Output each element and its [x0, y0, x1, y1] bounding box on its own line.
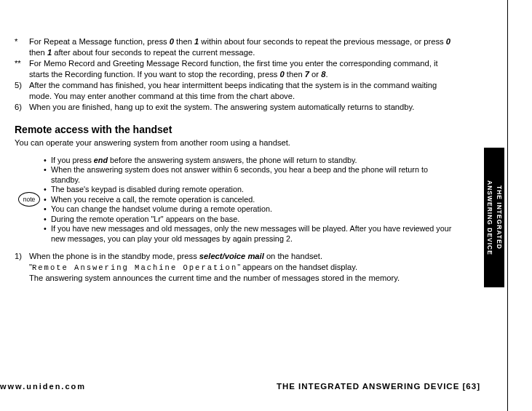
step-6-label: 6)	[15, 102, 29, 113]
step-1: 1) When the phone is in the standby mode…	[15, 251, 458, 284]
bullet-icon: •	[44, 204, 51, 214]
note-item: •You can change the handset volume durin…	[44, 204, 458, 214]
note-text: When you receive a call, the remote oper…	[51, 195, 458, 204]
note-item: •If you have new messages and old messag…	[44, 224, 458, 244]
footnote-doublestar-text: For Memo Record and Greeting Message Rec…	[29, 58, 458, 79]
step-5: 5) After the command has finished, you h…	[15, 80, 458, 101]
step-1-line2: "Remote Answering Machine Operation" app…	[29, 262, 458, 274]
note-list: •If you press end before the answering s…	[44, 156, 458, 244]
note-item: •During the remote operation "Lr" appear…	[44, 215, 458, 224]
step-1-line3: The answering system announces the curre…	[29, 273, 458, 284]
step-5-label: 5)	[15, 80, 29, 101]
bullet-icon: •	[44, 215, 51, 224]
side-tab-line1: THE INTEGRATED	[496, 185, 503, 250]
section-heading: Remote access with the handset	[15, 123, 458, 136]
footer-url: www.uniden.com	[0, 382, 86, 391]
bullet-icon: •	[44, 224, 51, 244]
page-footer: www.uniden.com THE INTEGRATED ANSWERING …	[0, 382, 480, 391]
note-item: •When you receive a call, the remote ope…	[44, 195, 458, 204]
note-text: You can change the handset volume during…	[51, 204, 458, 214]
note-text: When the answering system does not answe…	[51, 165, 458, 185]
footnote-star-text: For Repeat a Message function, press 0 t…	[29, 36, 458, 57]
note-badge: note	[18, 192, 40, 207]
side-tab: ANSWERING DEVICE THE INTEGRATED	[484, 148, 504, 287]
note-icon: note	[15, 156, 44, 244]
step-5-text: After the command has finished, you hear…	[29, 80, 458, 101]
bullet-icon: •	[44, 195, 51, 204]
step-1-body: When the phone is in the standby mode, p…	[29, 251, 458, 284]
footnote-doublestar-label: **	[15, 58, 29, 79]
step-1-line1: When the phone is in the standby mode, p…	[29, 251, 458, 262]
right-divider	[507, 0, 508, 411]
step-1-line2-tail: " appears on the handset display.	[237, 263, 357, 271]
note-item: •If you press end before the answering s…	[44, 156, 458, 165]
note-text: The base's keypad is disabled during rem…	[51, 185, 458, 194]
note-item: •The base's keypad is disabled during re…	[44, 185, 458, 194]
bullet-icon: •	[44, 185, 51, 194]
note-block: note •If you press end before the answer…	[15, 156, 458, 244]
bullet-icon: •	[44, 165, 51, 185]
footnote-star-label: *	[15, 36, 29, 57]
note-item: •When the answering system does not answ…	[44, 165, 458, 185]
step-6: 6) When you are finished, hang up to exi…	[15, 102, 458, 113]
footer-title: THE INTEGRATED ANSWERING DEVICE [63]	[277, 382, 480, 391]
note-text: If you press end before the answering sy…	[51, 156, 458, 165]
bullet-icon: •	[44, 156, 51, 165]
section-lead: You can operate your answering system fr…	[15, 137, 458, 148]
step-1-display-text: Remote Answering Machine Operation	[32, 263, 237, 272]
page: * For Repeat a Message function, press 0…	[0, 0, 484, 411]
footnote-doublestar: ** For Memo Record and Greeting Message …	[15, 58, 458, 79]
side-tab-line2: ANSWERING DEVICE	[486, 180, 493, 255]
note-text: If you have new messages and old message…	[51, 224, 458, 244]
step-6-text: When you are finished, hang up to exit t…	[29, 102, 458, 113]
step-1-label: 1)	[15, 251, 29, 284]
content-block: * For Repeat a Message function, press 0…	[15, 36, 458, 284]
footnote-star: * For Repeat a Message function, press 0…	[15, 36, 458, 57]
note-text: During the remote operation "Lr" appears…	[51, 215, 458, 224]
